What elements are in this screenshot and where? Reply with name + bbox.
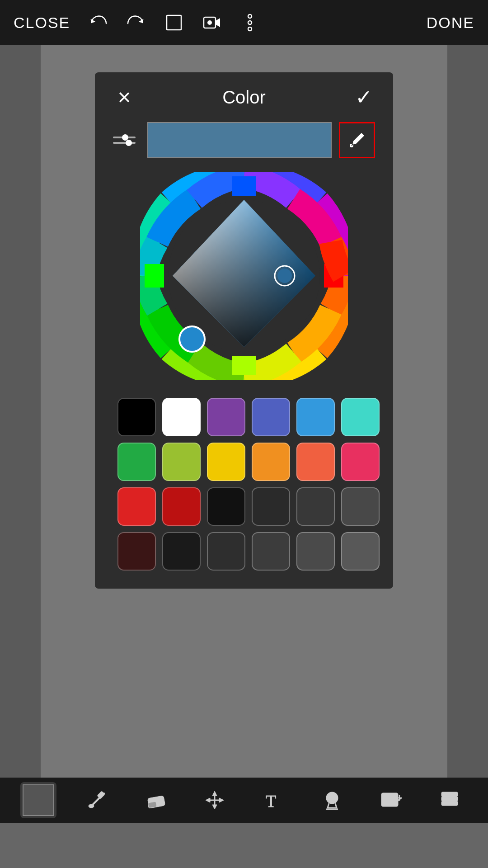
svg-marker-29 (212, 791, 217, 796)
svg-marker-2 (216, 18, 220, 27)
eyedropper-button[interactable] (339, 122, 375, 158)
svg-rect-28 (148, 802, 157, 808)
svg-point-26 (89, 804, 94, 808)
color-swatch-coral[interactable] (296, 443, 335, 481)
color-swatch-dark-red[interactable] (162, 487, 201, 526)
svg-point-23 (179, 326, 205, 352)
svg-rect-0 (167, 15, 181, 30)
slider-line-1 (113, 137, 140, 138)
color-swatch-white[interactable] (162, 398, 201, 436)
dialog-header: × Color ✓ (113, 86, 375, 108)
undo-button[interactable] (88, 13, 108, 33)
color-swatch-very-dark[interactable] (162, 532, 201, 571)
brush-tool[interactable] (79, 782, 115, 818)
dialog-title: Color (222, 87, 266, 108)
color-swatch-yellow-green[interactable] (162, 443, 201, 481)
top-toolbar: CLOSE DONE (0, 0, 488, 45)
color-swatch-black[interactable] (117, 398, 156, 436)
svg-rect-38 (382, 793, 398, 806)
color-preview (147, 122, 332, 158)
canvas-thumb (23, 784, 54, 816)
svg-point-6 (248, 27, 252, 31)
color-swatch-red[interactable] (117, 487, 156, 526)
more-options-button[interactable] (240, 13, 260, 33)
stamp-tool[interactable] (314, 782, 350, 818)
svg-point-22 (277, 269, 292, 283)
color-swatch-dark-5[interactable] (252, 532, 290, 571)
color-swatch-dark-gray-1[interactable] (252, 487, 290, 526)
svg-rect-42 (442, 802, 457, 805)
color-swatch-dark-7[interactable] (341, 532, 380, 571)
color-controls-row (113, 122, 375, 158)
left-sidebar (0, 45, 41, 823)
color-swatch-near-black[interactable] (207, 487, 245, 526)
close-button[interactable]: CLOSE (14, 14, 70, 32)
top-bar-right: DONE (427, 14, 474, 32)
color-swatch-dark-4[interactable] (207, 532, 245, 571)
svg-marker-32 (219, 798, 224, 802)
svg-rect-44 (442, 793, 457, 796)
color-swatch-cyan[interactable] (341, 398, 380, 436)
bottom-toolbar: T (0, 778, 488, 823)
top-bar-left: CLOSE (14, 13, 260, 33)
svg-marker-30 (212, 805, 217, 809)
svg-text:T: T (266, 792, 276, 811)
redo-button[interactable] (126, 13, 146, 33)
color-swatch-indigo[interactable] (252, 398, 290, 436)
color-wheel-container (113, 172, 375, 380)
layers-tool[interactable] (432, 782, 468, 818)
color-swatch-sky-blue[interactable] (296, 398, 335, 436)
color-swatch-yellow[interactable] (207, 443, 245, 481)
record-button[interactable] (202, 13, 222, 33)
color-swatch-dark-brown[interactable] (117, 532, 156, 571)
dialog-confirm-button[interactable]: ✓ (352, 86, 375, 108)
canvas-button[interactable] (164, 13, 184, 33)
slider-bar-2 (113, 142, 136, 144)
color-swatch-green[interactable] (117, 443, 156, 481)
slider-line-2 (113, 142, 140, 144)
slider-handle-2 (126, 140, 132, 146)
color-swatch-hot-pink[interactable] (341, 443, 380, 481)
color-swatch-dark-6[interactable] (296, 532, 335, 571)
text-tool[interactable]: T (255, 782, 291, 818)
svg-point-3 (207, 20, 212, 25)
svg-point-4 (248, 14, 252, 18)
dialog-close-button[interactable]: × (113, 86, 136, 108)
svg-marker-31 (206, 798, 210, 802)
color-swatch-dark-gray-2[interactable] (296, 487, 335, 526)
color-swatch-dark-gray-3[interactable] (341, 487, 380, 526)
svg-rect-25 (97, 791, 105, 799)
sliders-button[interactable] (113, 137, 140, 144)
done-button[interactable]: DONE (427, 14, 474, 32)
color-swatch-purple[interactable] (207, 398, 245, 436)
canvas-area: × Color ✓ (0, 45, 488, 823)
svg-rect-43 (442, 797, 457, 801)
color-swatch-orange[interactable] (252, 443, 290, 481)
swatch-grid (113, 398, 375, 571)
insert-image-tool[interactable] (373, 782, 409, 818)
color-dialog: × Color ✓ (95, 72, 393, 589)
svg-point-36 (327, 793, 338, 803)
eraser-tool[interactable] (138, 782, 174, 818)
color-wheel[interactable] (140, 172, 348, 380)
move-tool[interactable] (197, 782, 233, 818)
right-sidebar (447, 45, 488, 823)
canvas-thumbnail-tool[interactable] (20, 782, 56, 818)
slider-bar-1 (113, 137, 136, 138)
svg-point-5 (248, 21, 252, 24)
